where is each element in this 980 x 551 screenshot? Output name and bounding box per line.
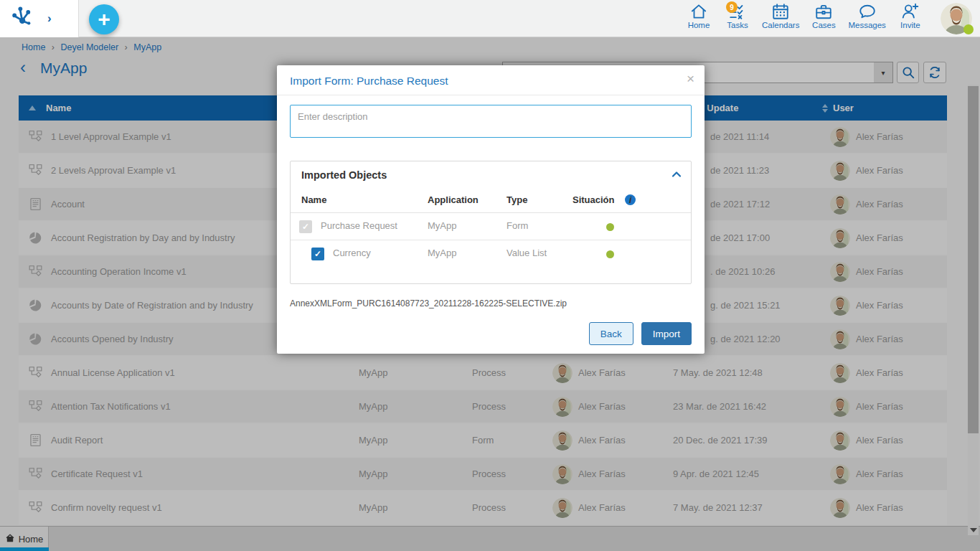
logo-box: ›	[0, 0, 79, 37]
panel-column-headers: Name Application Type Situación i	[291, 189, 691, 213]
nav-item-label: Invite	[900, 21, 920, 29]
deyel-logo[interactable]	[9, 4, 37, 33]
panel-header[interactable]: Imported Objects	[291, 161, 691, 189]
object-application: MyApp	[428, 248, 456, 258]
calendars-icon	[771, 2, 790, 21]
status-dot	[606, 250, 614, 258]
top-navigation: Home9TasksCalendarsCasesMessagesInvite	[682, 2, 928, 37]
user-avatar[interactable]	[941, 3, 972, 34]
imported-object-row[interactable]: ✓CurrencyMyAppValue List	[291, 240, 691, 268]
object-name: Currency	[333, 248, 371, 258]
panel-padding	[291, 268, 691, 283]
cases-icon	[814, 2, 833, 21]
col-application: Application	[428, 194, 479, 205]
nav-item-label: Home	[688, 21, 710, 29]
back-button[interactable]: Back	[589, 322, 633, 345]
nav-home[interactable]: Home	[682, 2, 716, 37]
panel-title: Imported Objects	[301, 169, 387, 181]
deyel-modeler-page: › + Home9TasksCalendarsCasesMessagesInvi…	[0, 0, 980, 551]
presence-status-dot	[963, 24, 974, 34]
home-icon	[689, 2, 708, 21]
dialog-header: Import Form: Purchase Request ×	[277, 65, 705, 95]
expand-sidebar-chevron[interactable]: ›	[47, 11, 52, 26]
tasks-badge-count: 9	[726, 1, 738, 13]
import-form-dialog: Import Form: Purchase Request × Imported…	[277, 65, 705, 354]
invite-icon	[901, 2, 920, 21]
col-situacion: Situación	[573, 194, 615, 205]
description-textarea[interactable]	[290, 105, 692, 138]
dialog-body: Imported Objects Name Application Type S…	[277, 95, 705, 345]
dialog-buttons: Back Import	[290, 322, 692, 345]
object-type: Form	[507, 220, 528, 231]
status-dot	[606, 223, 614, 231]
row-checkbox[interactable]: ✓	[311, 248, 324, 260]
messages-icon	[858, 2, 877, 21]
add-button[interactable]: +	[89, 4, 119, 34]
chevron-up-icon[interactable]	[671, 169, 682, 180]
nav-calendars[interactable]: Calendars	[759, 2, 802, 37]
close-icon[interactable]: ×	[687, 71, 694, 87]
import-button[interactable]: Import	[641, 322, 692, 345]
nav-item-label: Messages	[848, 21, 885, 29]
nav-messages[interactable]: Messages	[845, 2, 888, 37]
imported-object-row[interactable]: ✓Purchase RequestMyAppForm	[291, 213, 691, 240]
nav-item-label: Cases	[812, 21, 836, 29]
object-type: Value List	[507, 248, 547, 258]
object-application: MyApp	[428, 220, 456, 231]
imported-objects-panel: Imported Objects Name Application Type S…	[290, 161, 692, 284]
row-checkbox: ✓	[299, 220, 312, 233]
import-file-name: AnnexXMLForm_PURC1614087723_20211228-162…	[290, 298, 692, 309]
object-name: Purchase Request	[321, 220, 397, 231]
nav-invite[interactable]: Invite	[893, 2, 928, 37]
imported-objects-list: ✓Purchase RequestMyAppForm✓CurrencyMyApp…	[291, 213, 691, 268]
col-type: Type	[507, 194, 527, 205]
top-bar: › + Home9TasksCalendarsCasesMessagesInvi…	[0, 0, 980, 37]
nav-cases[interactable]: Cases	[806, 2, 841, 37]
nav-item-label: Calendars	[762, 21, 799, 29]
col-name: Name	[301, 194, 326, 205]
info-icon[interactable]: i	[625, 194, 636, 205]
nav-item-label: Tasks	[727, 21, 748, 29]
nav-tasks[interactable]: 9Tasks	[720, 2, 755, 37]
dialog-title: Import Form: Purchase Request	[290, 75, 448, 88]
